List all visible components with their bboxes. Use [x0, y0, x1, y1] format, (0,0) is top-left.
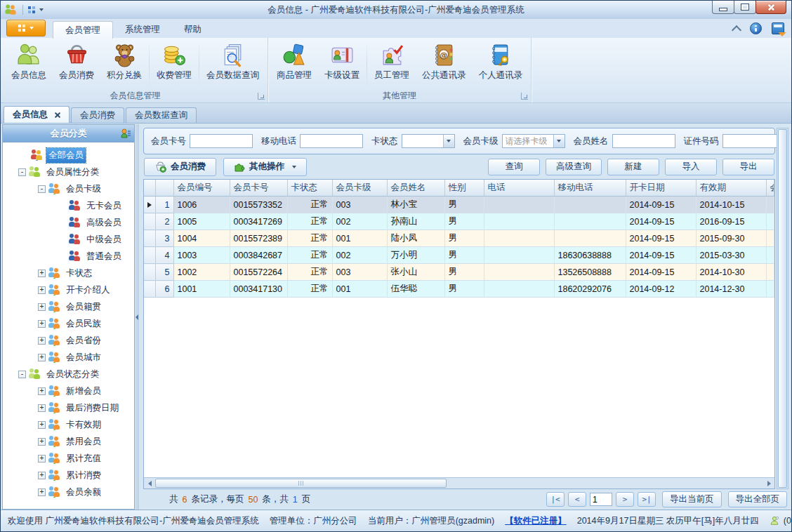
- cell-phone[interactable]: [484, 247, 554, 264]
- tree-item[interactable]: +累计充值: [4, 450, 133, 467]
- tree-expander[interactable]: +: [38, 421, 46, 429]
- column-header-mobile[interactable]: 移动电话: [554, 180, 626, 197]
- cell-status[interactable]: 正常: [287, 197, 332, 213]
- import-button[interactable]: 导入: [665, 159, 717, 175]
- tree-item[interactable]: +会员籍贯: [4, 298, 133, 315]
- cell-valid-until[interactable]: 2014-10-15: [696, 197, 766, 213]
- cell-name[interactable]: 林小宝: [387, 197, 444, 213]
- export-all-pages-button[interactable]: 导出全部页: [728, 491, 788, 507]
- cell-status[interactable]: 正常: [287, 264, 332, 281]
- cell-name[interactable]: 孙南山: [387, 213, 444, 230]
- card-number-input[interactable]: [190, 134, 253, 148]
- cell-status[interactable]: 正常: [287, 213, 332, 230]
- first-page-button[interactable]: |<: [546, 492, 565, 507]
- cell-member-id[interactable]: 1004: [173, 230, 230, 247]
- tree-expander[interactable]: -: [18, 168, 26, 176]
- tree-item-all-members[interactable]: 全部会员: [4, 147, 133, 164]
- cell-valid-until[interactable]: 2015-03-30: [696, 247, 766, 264]
- product-management-button[interactable]: 商品管理: [270, 40, 318, 90]
- doc-tab-member-info[interactable]: 会员信息: [4, 106, 70, 123]
- cell-card-no[interactable]: 0015573352: [230, 197, 287, 213]
- cell-valid-until[interactable]: 2015-09-30: [696, 230, 766, 247]
- tree-item[interactable]: 无卡会员: [4, 197, 133, 214]
- cell-open-date[interactable]: 2014-09-15: [626, 247, 696, 264]
- cell-mobile[interactable]: [554, 230, 626, 247]
- tree-item[interactable]: 中级会员: [4, 231, 133, 248]
- prev-page-button[interactable]: <: [568, 492, 586, 507]
- doc-tab-member-data-query[interactable]: 会员数据查询: [126, 107, 197, 123]
- card-level-select[interactable]: 请选择卡级: [502, 134, 565, 148]
- cell-gender[interactable]: 男: [444, 281, 484, 298]
- personal-contacts-button[interactable]: 个人通讯录: [473, 40, 529, 90]
- cell-card-no[interactable]: 0003417269: [230, 213, 287, 230]
- tree-expander[interactable]: +: [38, 387, 46, 395]
- tree-item[interactable]: +会员省份: [4, 332, 133, 349]
- collapse-ribbon-icon[interactable]: [732, 25, 741, 34]
- last-page-button[interactable]: >|: [638, 492, 656, 507]
- member-name-input[interactable]: [612, 134, 675, 148]
- id-number-input[interactable]: [722, 134, 786, 148]
- cell-name[interactable]: 伍华聪: [387, 281, 444, 298]
- fee-management-button[interactable]: 收费管理: [150, 40, 198, 90]
- tree-item[interactable]: +禁用会员: [4, 433, 133, 450]
- tree-item[interactable]: +卡有效期: [4, 416, 133, 433]
- table-row[interactable]: 2 1005 0003417269 正常 002 孙南山 男: [144, 213, 774, 230]
- public-contacts-button[interactable]: @ 公共通讯录: [416, 40, 473, 90]
- cell-phone[interactable]: [484, 213, 554, 230]
- cell-gender[interactable]: 男: [444, 213, 484, 230]
- cell-status[interactable]: 正常: [287, 281, 332, 298]
- tree-expander[interactable]: +: [38, 354, 46, 361]
- cell-phone[interactable]: [484, 230, 554, 247]
- tree-item[interactable]: 普通会员: [4, 248, 133, 265]
- scrollbar-thumb[interactable]: [155, 479, 447, 488]
- cell-member-id[interactable]: 1005: [173, 213, 230, 230]
- close-button[interactable]: [755, 1, 786, 14]
- help-icon[interactable]: [772, 22, 784, 34]
- member-consume-toolbar-button[interactable]: 会员消费: [144, 158, 216, 176]
- cell-valid-until[interactable]: 2016-09-15: [696, 213, 766, 230]
- cell-mobile[interactable]: 18620292076: [554, 281, 626, 298]
- message-count[interactable]: (0): [784, 516, 792, 526]
- doc-tab-member-consume[interactable]: 会员消费: [71, 107, 124, 123]
- vertical-scrollbar[interactable]: [777, 128, 788, 489]
- cell-open-date[interactable]: 2014-09-15: [626, 197, 696, 213]
- mobile-phone-input[interactable]: [300, 134, 363, 148]
- cell-partial[interactable]: [766, 213, 774, 230]
- tree-expander[interactable]: +: [38, 472, 46, 479]
- tree-item[interactable]: +新增会员: [4, 383, 133, 399]
- tree-expander[interactable]: +: [38, 455, 46, 463]
- info-icon[interactable]: [750, 22, 762, 34]
- cell-card-no[interactable]: 0015572389: [230, 230, 287, 247]
- tree-item[interactable]: +开卡介绍人: [4, 281, 133, 298]
- cell-gender[interactable]: 男: [444, 264, 484, 281]
- query-button[interactable]: 查询: [488, 159, 540, 175]
- cell-partial[interactable]: [766, 247, 774, 264]
- export-button[interactable]: 导出: [722, 159, 774, 175]
- cell-open-date[interactable]: 2014-09-15: [626, 264, 696, 281]
- new-button[interactable]: 新建: [607, 159, 659, 175]
- tree-item[interactable]: +会员民族: [4, 315, 133, 332]
- member-info-button[interactable]: 会员信息: [5, 40, 53, 90]
- tree-expander[interactable]: +: [38, 270, 46, 277]
- cell-partial[interactable]: [766, 197, 774, 213]
- cell-phone[interactable]: [484, 281, 554, 298]
- tree-item[interactable]: +会员城市: [4, 349, 133, 366]
- maximize-button[interactable]: [734, 1, 756, 14]
- tree-expander[interactable]: -: [38, 185, 46, 193]
- tree-item[interactable]: 高级会员: [4, 214, 133, 231]
- tree-expander[interactable]: +: [38, 488, 46, 496]
- cell-open-date[interactable]: 2014-09-12: [626, 281, 696, 298]
- tree-expander[interactable]: +: [38, 337, 46, 345]
- table-row[interactable]: 5 1002 0015572264 正常 003 张小山 男 13526508: [144, 264, 774, 281]
- column-header-status[interactable]: 卡状态: [287, 180, 332, 197]
- cell-mobile[interactable]: [554, 213, 626, 230]
- tree-item[interactable]: +卡状态: [4, 265, 133, 281]
- column-header-gender[interactable]: 性别: [444, 180, 484, 197]
- cell-level[interactable]: 002: [332, 247, 387, 264]
- horizontal-scrollbar[interactable]: [144, 477, 774, 488]
- staff-management-button[interactable]: 员工管理: [368, 40, 416, 90]
- category-settings-icon[interactable]: [120, 128, 131, 141]
- cell-level[interactable]: 001: [332, 230, 387, 247]
- tree-expander[interactable]: +: [38, 404, 46, 412]
- chevron-down-icon[interactable]: [553, 135, 565, 147]
